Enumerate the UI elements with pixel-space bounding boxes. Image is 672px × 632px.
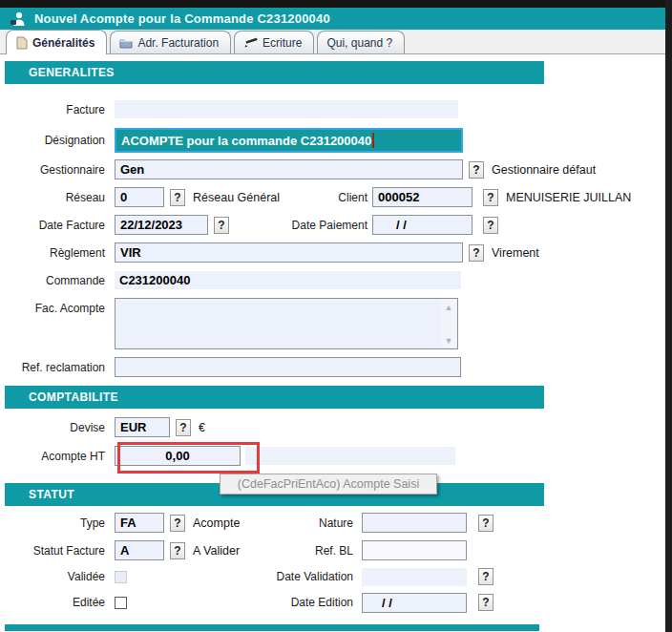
pencil-icon xyxy=(243,37,258,49)
tooltip: (CdeFacPriEntAco) Acompte Saisi xyxy=(220,474,437,495)
scroll-down-icon[interactable]: ▼ xyxy=(441,333,456,348)
designation-label: Désignation xyxy=(0,134,115,147)
ref-reclamation-field[interactable] xyxy=(115,357,461,377)
window-right-edge xyxy=(665,0,672,632)
statut-facture-label: Statut Facture xyxy=(0,544,115,558)
acompte-ht-field[interactable]: 0,00 xyxy=(115,446,241,466)
type-label: Type xyxy=(0,516,115,530)
scrollbar[interactable]: ▲ ▼ xyxy=(441,300,456,348)
commande-field: C231200040 xyxy=(115,271,461,289)
reseau-help-button[interactable]: ? xyxy=(170,189,185,206)
designation-selected-text: ACOMPTE pour la commande C231200040 xyxy=(121,134,371,148)
statut-facture-field[interactable]: A xyxy=(115,540,164,560)
date-edition-label: Date Edition xyxy=(220,596,353,609)
section-title: COMPTABILITE xyxy=(29,390,118,404)
section-title: STATUT xyxy=(29,488,74,501)
tab-label: Qui, quand ? xyxy=(326,36,392,50)
client-help-button[interactable]: ? xyxy=(483,189,498,206)
type-help-button[interactable]: ? xyxy=(170,515,185,532)
client-suffix: MENUISERIE JUILLAN xyxy=(506,191,631,204)
nature-field[interactable] xyxy=(362,513,467,533)
devise-label: Devise xyxy=(0,421,115,434)
reseau-label: Réseau xyxy=(0,191,115,204)
ref-bl-field[interactable] xyxy=(362,540,467,560)
reglement-field[interactable]: VIR xyxy=(115,242,463,263)
tooltip-text: (CdeFacPriEntAco) Acompte Saisi xyxy=(238,477,419,491)
text-caret xyxy=(372,133,374,148)
section-title: GENERALITES xyxy=(29,66,115,79)
note-icon xyxy=(15,36,28,50)
devise-field[interactable]: EUR xyxy=(115,417,170,437)
client-label: Client xyxy=(229,191,368,204)
tab-label: Généralités xyxy=(32,36,94,50)
designation-field[interactable]: ACOMPTE pour la commande C231200040 xyxy=(115,128,463,153)
acompte-ht-label: Acompte HT xyxy=(0,450,115,463)
user-icon xyxy=(10,11,26,26)
date-edition-field[interactable]: / / xyxy=(362,593,467,613)
type-field[interactable]: FA xyxy=(115,513,164,533)
date-paiement-field[interactable]: / / xyxy=(372,215,472,235)
form-area: GENERALITES Facture Désignation ACOMPTE … xyxy=(0,55,665,632)
commande-label: Commande xyxy=(0,274,115,287)
acompte-ht-extra-field xyxy=(245,447,455,465)
next-section-header-partial xyxy=(5,624,539,631)
gestionnaire-suffix: Gestionnaire défaut xyxy=(492,163,596,177)
date-validation-help-button[interactable]: ? xyxy=(478,568,494,585)
tab-ecriture[interactable]: Ecriture xyxy=(234,31,314,53)
editee-label: Editée xyxy=(0,596,115,609)
tab-adr-facturation[interactable]: Adr. Facturation xyxy=(110,31,231,53)
validee-checkbox xyxy=(115,571,127,583)
nature-help-button[interactable]: ? xyxy=(478,515,494,532)
statut-facture-help-button[interactable]: ? xyxy=(170,542,185,559)
date-validation-field xyxy=(362,568,467,586)
window: Nouvel Acompte pour la Commande C2312000… xyxy=(0,0,672,632)
date-validation-label: Date Validation xyxy=(220,570,353,583)
window-title: Nouvel Acompte pour la Commande C2312000… xyxy=(34,11,330,26)
facture-field[interactable] xyxy=(115,100,458,118)
tab-qui-quand[interactable]: Qui, quand ? xyxy=(317,31,405,53)
fac-acompte-label: Fac. Acompte xyxy=(0,298,115,315)
fac-acompte-textarea[interactable]: ▲ ▼ xyxy=(115,298,458,349)
validee-label: Validée xyxy=(0,570,115,583)
reseau-field[interactable]: 0 xyxy=(115,187,164,207)
devise-help-button[interactable]: ? xyxy=(176,419,191,436)
editee-checkbox[interactable] xyxy=(115,597,127,609)
date-edition-help-button[interactable]: ? xyxy=(478,594,494,611)
gestionnaire-field[interactable]: Gen xyxy=(115,159,463,179)
date-facture-help-button[interactable]: ? xyxy=(214,217,229,234)
reglement-help-button[interactable]: ? xyxy=(469,244,484,262)
tab-label: Ecriture xyxy=(262,36,302,50)
section-header-generalites: GENERALITES xyxy=(5,61,544,84)
scroll-up-icon[interactable]: ▲ xyxy=(441,300,456,314)
reglement-suffix: Virement xyxy=(492,246,539,260)
nature-label: Nature xyxy=(220,516,353,530)
gestionnaire-help-button[interactable]: ? xyxy=(469,161,484,179)
client-field[interactable]: 000052 xyxy=(372,187,472,207)
date-paiement-label: Date Paiement xyxy=(229,219,368,232)
date-facture-field[interactable]: 22/12/2023 xyxy=(115,215,208,235)
gestionnaire-label: Gestionnaire xyxy=(0,163,115,177)
date-paiement-help-button[interactable]: ? xyxy=(483,217,498,234)
reglement-label: Règlement xyxy=(0,246,115,260)
devise-suffix: € xyxy=(199,421,205,434)
ref-reclamation-label: Ref. reclamation xyxy=(0,361,115,374)
tab-label: Adr. Facturation xyxy=(137,36,219,50)
facture-label: Facture xyxy=(0,103,115,116)
title-bar: Nouvel Acompte pour la Commande C2312000… xyxy=(0,8,665,30)
ref-bl-label: Ref. BL xyxy=(220,544,353,558)
tab-bar: Généralités Adr. Facturation Ecriture Qu… xyxy=(0,30,665,54)
tab-generalites[interactable]: Généralités xyxy=(6,30,107,54)
date-facture-label: Date Facture xyxy=(0,219,115,232)
section-header-comptabilite: COMPTABILITE xyxy=(5,386,544,409)
folder-icon xyxy=(119,37,133,49)
window-top-edge xyxy=(0,0,672,8)
